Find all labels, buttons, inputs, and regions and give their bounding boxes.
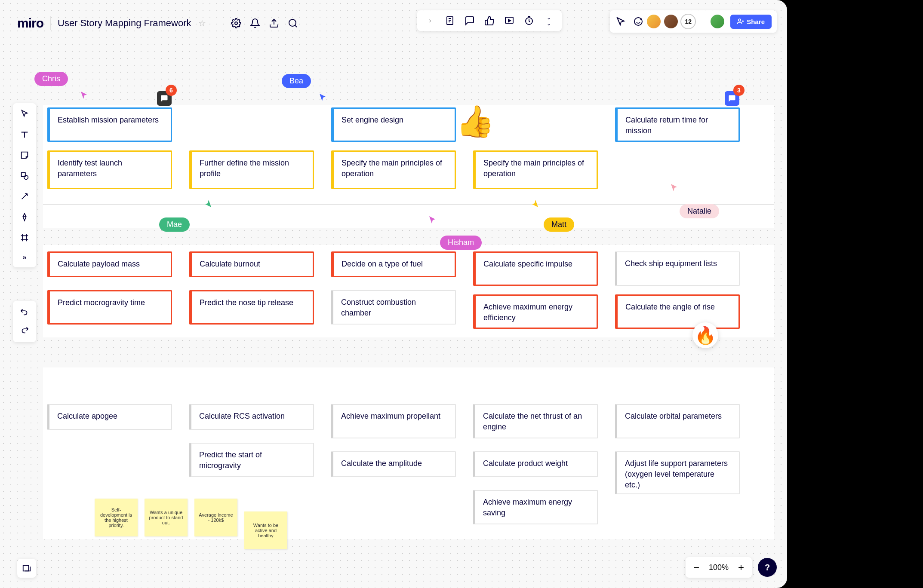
svg-point-1 [289, 19, 296, 26]
cursor-bea-pointer [318, 92, 329, 103]
sticky-4[interactable]: Wants to be active and healthy [244, 511, 287, 549]
card-gray-check[interactable]: Check ship equipment lists [615, 251, 740, 286]
cursor-matt: Matt [544, 217, 574, 232]
redo-button[interactable] [20, 325, 29, 336]
card-gray-lifesupport[interactable]: Adjust life support parameters (oxygen l… [615, 451, 740, 494]
svg-point-7 [24, 175, 28, 179]
card-blue-3[interactable]: Calculate return time for mission [615, 107, 740, 142]
settings-icon[interactable] [230, 17, 242, 29]
comment-icon[interactable] [464, 15, 476, 27]
shape-tool[interactable] [20, 171, 29, 182]
card-yellow-4[interactable]: Specify the main principles of operation [473, 150, 598, 189]
timer-icon[interactable] [523, 15, 535, 27]
reactions-icon[interactable] [632, 15, 644, 28]
card-gray-thrust[interactable]: Calculate the net thrust of an engine [473, 404, 598, 438]
cursor-mae-pointer [202, 198, 212, 208]
left-toolbar: » [13, 103, 36, 267]
card-red-5[interactable]: Predict mocrogravity time [47, 290, 172, 325]
pen-tool[interactable] [20, 212, 29, 224]
sticky-2[interactable]: Wants a unique product to stand out. [145, 499, 188, 536]
zoom-in-button[interactable]: + [738, 561, 744, 573]
card-blue-1[interactable]: Establish mission parameters [47, 107, 172, 142]
svg-rect-8 [23, 566, 29, 571]
cursor-bea: Bea [282, 74, 311, 88]
avatar-1[interactable] [646, 14, 661, 29]
card-gray-rcs[interactable]: Calculate RCS activation [189, 404, 314, 430]
avatar-2[interactable] [663, 14, 679, 29]
avatar-self[interactable] [710, 14, 725, 29]
card-red-3[interactable]: Decide on a type of fuel [331, 251, 456, 277]
card-yellow-1[interactable]: Identify test launch parameters [47, 150, 172, 189]
card-gray-orbital[interactable]: Calculate orbital parameters [615, 404, 740, 438]
more-tools[interactable]: » [23, 254, 27, 261]
zoom-level[interactable]: 100% [709, 563, 729, 572]
card-red-2[interactable]: Calculate burnout [189, 251, 314, 277]
cursor-hisham: Hisham [440, 236, 482, 250]
text-tool[interactable] [20, 130, 29, 141]
card-red-7[interactable]: Achieve maximum energy efficiency [473, 294, 598, 329]
bell-icon[interactable] [249, 17, 261, 29]
cursor-natalie-pointer [670, 183, 680, 193]
cursor-follow-icon[interactable] [615, 15, 627, 28]
undo-redo-panel [13, 301, 36, 342]
cursor-hisham-pointer [428, 215, 438, 225]
card-gray-combustion[interactable]: Construct combustion chamber [331, 290, 456, 325]
zoom-control: − 100% + [686, 557, 752, 578]
badge-1[interactable]: 6 [166, 85, 177, 96]
more-icon[interactable]: ⌄⌄ [543, 15, 555, 27]
search-icon[interactable] [287, 17, 299, 29]
frame-tool[interactable] [20, 233, 29, 244]
help-button[interactable]: ? [758, 558, 777, 577]
card-yellow-3[interactable]: Specify the main principles of operation [331, 150, 456, 189]
card-red-4[interactable]: Calculate specific impulse [473, 251, 598, 286]
cursor-matt-pointer [529, 198, 539, 208]
cursor-natalie: Natalie [680, 204, 719, 218]
sticky-tool[interactable] [20, 150, 29, 162]
cursor-chris: Chris [34, 72, 68, 86]
chevron-right-icon[interactable]: › [424, 15, 436, 27]
svg-point-0 [235, 22, 237, 24]
badge-2[interactable]: 3 [733, 85, 745, 96]
arrow-tool[interactable] [20, 192, 29, 203]
export-icon[interactable] [268, 17, 280, 29]
card-red-8[interactable]: Calculate the angle of rise [615, 294, 740, 329]
thumbs-up-icon[interactable] [483, 15, 495, 27]
cursor-mae: Mae [159, 217, 190, 232]
separator-line [43, 204, 774, 205]
frames-button[interactable] [17, 559, 36, 578]
divider [50, 16, 51, 30]
cursor-chris-pointer [80, 90, 90, 101]
miro-logo[interactable]: miro [17, 16, 43, 31]
select-tool[interactable] [20, 109, 29, 120]
card-yellow-2[interactable]: Further define the mission profile [189, 150, 314, 189]
card-gray-amplitude[interactable]: Calculate the amplitude [331, 451, 456, 477]
card-red-6[interactable]: Predict the nose tip release [189, 290, 314, 325]
star-icon[interactable]: ☆ [198, 18, 206, 28]
fire-sticker[interactable]: 🔥 [692, 322, 718, 348]
card-gray-apogee[interactable]: Calculate apogee [47, 404, 172, 430]
card-blue-2[interactable]: Set engine design [331, 107, 456, 142]
canvas[interactable]: Chris Bea Mae Hisham Matt Natalie Establ… [34, 77, 770, 554]
center-toolbar: › ⌄⌄ [417, 10, 562, 31]
board-title[interactable]: User Story Mapping Framework [58, 18, 191, 29]
card-gray-propellant[interactable]: Achieve maximum propellant [331, 404, 456, 438]
present-icon[interactable] [503, 15, 515, 27]
thumbs-up-sticker[interactable]: 👍 [456, 103, 495, 140]
sticky-3[interactable]: Average income - 120k$ [194, 499, 237, 536]
card-gray-saving[interactable]: Achieve maximum energy saving [473, 490, 598, 524]
zoom-out-button[interactable]: − [693, 561, 699, 573]
card-gray-microgravity[interactable]: Predict the start of microgravity [189, 443, 314, 477]
avatar-count[interactable]: 12 [680, 14, 696, 29]
right-toolbar: 12 Share [610, 10, 777, 33]
sticky-1[interactable]: Self-development is the highest priority… [95, 499, 138, 536]
card-gray-weight[interactable]: Calculate product weight [473, 451, 598, 477]
share-button[interactable]: Share [730, 15, 772, 29]
undo-button[interactable] [20, 307, 29, 318]
card-red-1[interactable]: Calculate payload mass [47, 251, 172, 277]
notes-icon[interactable] [444, 15, 456, 27]
